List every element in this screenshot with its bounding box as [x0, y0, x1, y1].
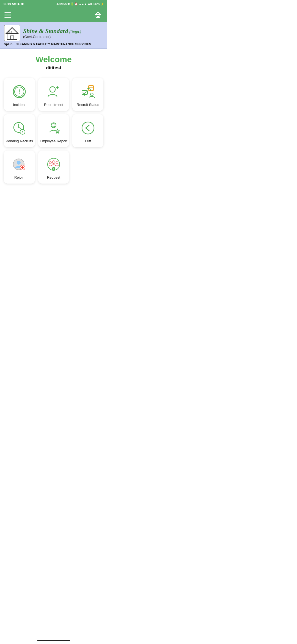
logo-svg: S S [4, 25, 20, 41]
rejoin-icon-wrap [11, 156, 28, 173]
menu-item-incident[interactable]: ! Incident [4, 78, 35, 111]
status-left: 11:19 AM ▶ ⏺ [3, 2, 24, 6]
svg-point-38 [56, 162, 58, 164]
employee-report-icon-wrap [45, 120, 62, 136]
recruitment-label: Recruitment [44, 103, 63, 107]
svg-point-27 [54, 124, 55, 125]
svg-text:?: ? [53, 168, 54, 170]
svg-text:S: S [8, 30, 10, 33]
signal-icon: ▲▲▲ [79, 2, 87, 6]
svg-point-31 [17, 161, 21, 165]
svg-point-36 [52, 161, 55, 163]
svg-point-11 [50, 87, 55, 92]
menu-grid: ! Incident + Recruitment [0, 73, 107, 188]
play-icon: ▶ [18, 2, 20, 6]
username-display: dititest [3, 65, 105, 71]
banner-top: S S Shine & Standard (Regd.) (Govt.Contr… [4, 25, 81, 41]
svg-text:+: + [56, 85, 59, 90]
recruit-status-icon [81, 84, 95, 99]
hamburger-menu-button[interactable] [4, 12, 11, 18]
svg-text:!: ! [18, 88, 20, 95]
menu-item-rejoin[interactable]: Rejoin [4, 151, 35, 184]
menu-item-employee-report[interactable]: Employee Report [38, 114, 69, 147]
svg-marker-28 [55, 129, 60, 133]
welcome-heading: Welcome [3, 55, 105, 64]
svg-point-19 [90, 93, 93, 96]
pending-recruits-label: Pending Recruits [6, 139, 33, 143]
company-regd: (Regd.) [69, 30, 81, 34]
recruit-status-icon-wrap [80, 83, 96, 100]
battery-percent: 43% [94, 2, 100, 6]
record-icon: ⏺ [21, 2, 24, 6]
svg-line-22 [19, 127, 21, 129]
home-button[interactable] [93, 10, 103, 20]
pending-recruits-icon: ! [12, 121, 26, 135]
charging-icon: ⚡ [101, 2, 104, 6]
hamburger-line-2 [4, 15, 11, 15]
incident-label: Incident [13, 103, 26, 107]
employee-report-label: Employee Report [40, 139, 67, 143]
incident-icon-wrap: ! [11, 83, 28, 100]
company-subtitle: (Govt.Contractor) [23, 35, 81, 39]
time: 11:19 AM [3, 2, 16, 6]
welcome-section: Welcome dititest [0, 49, 107, 73]
employee-report-icon [46, 121, 61, 135]
left-icon-wrap [80, 120, 96, 136]
request-label: Request [47, 175, 60, 179]
home-icon [94, 11, 102, 19]
banner: S S Shine & Standard (Regd.) (Govt.Contr… [0, 22, 107, 49]
navbar [0, 8, 107, 22]
menu-item-request[interactable]: ? Request [38, 151, 69, 184]
menu-item-left[interactable]: Left [72, 114, 103, 147]
svg-point-26 [53, 124, 53, 125]
wifi-icon: WiFi [88, 2, 94, 6]
speed: 4.8KB/s [57, 2, 67, 6]
status-bar: 11:19 AM ▶ ⏺ 4.8KB/s ✱ 🔋 ⏰ ▲▲▲ WiFi 43% … [0, 0, 107, 8]
recruitment-icon-wrap: + [45, 83, 62, 100]
menu-item-pending-recruits[interactable]: ! Pending Recruits [4, 114, 35, 147]
banner-tagline: Spl.in : CLEANING & FACILITY MAINTENANCE… [4, 42, 91, 46]
pending-recruits-icon-wrap: ! [11, 120, 28, 136]
svg-point-29 [82, 122, 94, 134]
menu-item-recruitment[interactable]: + Recruitment [38, 78, 69, 111]
hamburger-line-1 [4, 12, 11, 13]
left-label: Left [85, 139, 91, 143]
banner-text-group: Shine & Standard (Regd.) (Govt.Contracto… [23, 28, 81, 39]
menu-item-recruit-status[interactable]: Recruit Status [72, 78, 103, 111]
recruit-status-label: Recruit Status [77, 103, 99, 107]
company-name: Shine & Standard [23, 28, 68, 35]
hamburger-line-3 [4, 17, 11, 18]
recruitment-icon: + [46, 84, 61, 99]
alarm-icon: ⏰ [75, 2, 78, 6]
battery-outline-icon: 🔋 [70, 2, 74, 6]
svg-rect-1 [97, 16, 99, 18]
svg-point-37 [49, 162, 51, 164]
request-icon-wrap: ? [45, 156, 62, 173]
svg-text:!: ! [22, 130, 23, 134]
rejoin-label: Rejoin [14, 175, 24, 179]
left-icon [81, 121, 95, 135]
status-right: 4.8KB/s ✱ 🔋 ⏰ ▲▲▲ WiFi 43% ⚡ [57, 2, 104, 6]
banner-logo: S S [4, 25, 20, 41]
svg-text:S: S [10, 30, 12, 33]
incident-icon: ! [12, 84, 26, 99]
request-icon: ? [46, 157, 61, 171]
bluetooth-icon: ✱ [67, 2, 70, 6]
rejoin-icon [12, 157, 26, 171]
